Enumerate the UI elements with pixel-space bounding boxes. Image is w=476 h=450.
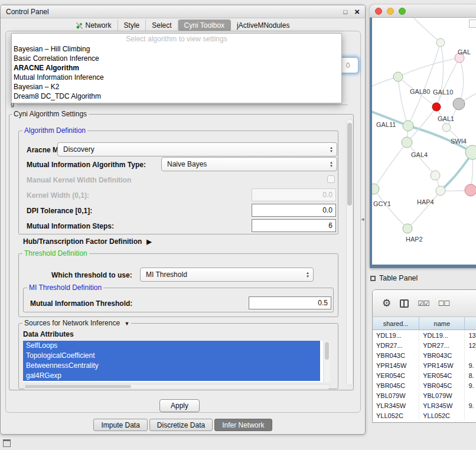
data-attributes-list[interactable]: SelfLoopsTopologicalCoefficientBetweenne… — [23, 341, 330, 382]
network-node-gray[interactable] — [453, 98, 465, 110]
which-threshold-select[interactable]: MI Threshold ▲▼ — [140, 268, 314, 282]
table-row[interactable]: YLR345WYLR345W9. — [373, 400, 476, 410]
canvas-corner-widget[interactable] — [469, 19, 476, 28]
mi-threshold-field[interactable]: 0.5 — [249, 296, 331, 309]
table-row[interactable]: YBL079WYBL079W — [373, 390, 476, 400]
network-edge[interactable] — [407, 191, 441, 229]
table-cell: YER054C — [373, 370, 419, 380]
table-cell: YER054C — [419, 370, 465, 380]
algorithm-option-bayesian-k2[interactable]: Bayesian – K2 — [12, 82, 341, 92]
apply-button[interactable]: Apply — [159, 399, 200, 412]
settings-scrollbar[interactable] — [346, 119, 353, 386]
table-cell: YDL19... — [419, 330, 465, 340]
attribute-item-selfloops[interactable]: SelfLoops — [23, 341, 320, 351]
network-canvas[interactable]: GALGAL80GAL10GAL11GAL1SWI4GAL4GCY1HAP4HA… — [372, 18, 476, 265]
attribute-item-gal4rgexp[interactable]: gal4RGexp — [23, 371, 320, 381]
dpi-tolerance-field[interactable]: 0.0 — [252, 204, 336, 217]
tab-network[interactable]: Network — [70, 19, 118, 31]
expander-arrow-icon: ▶ — [146, 238, 151, 246]
network-node-gal10[interactable] — [432, 103, 441, 111]
network-node-gal4[interactable] — [402, 137, 412, 148]
tab-label: Network — [86, 21, 112, 30]
attributes-horizontal-scrollbar[interactable] — [23, 384, 330, 389]
network-node-pale-top[interactable] — [436, 38, 445, 47]
mi-algorithm-type-select[interactable]: Naive Bayes ▲▼ — [161, 157, 337, 171]
network-node-mid[interactable] — [431, 171, 440, 180]
table-row[interactable]: YDR27...YDR27...12 — [373, 340, 476, 350]
aracne-mode-select[interactable]: Discovery ▲▼ — [57, 142, 337, 156]
add-column-icon[interactable] — [400, 299, 409, 308]
algorithm-option-aracne-algorithm[interactable]: ARACNE Algorithm — [12, 63, 341, 73]
minimized-panel-icon[interactable] — [3, 439, 11, 447]
zoom-traffic-light[interactable] — [399, 8, 406, 15]
column-header-shared[interactable]: shared... — [373, 317, 419, 330]
attributes-vertical-scrollbar-thumb[interactable] — [325, 342, 329, 360]
attribute-item-topologicalcoefficient[interactable]: TopologicalCoefficient — [23, 351, 320, 361]
tab-select[interactable]: Select — [146, 19, 178, 31]
algorithm-option-basic-correlation-inference[interactable]: Basic Correlation Inference — [12, 54, 341, 63]
attribute-item-betweennesscentrality[interactable]: BetweennessCentrality — [23, 361, 320, 371]
network-edge[interactable] — [374, 142, 407, 189]
bottom-tab-impute-data[interactable]: Impute Data — [93, 419, 147, 431]
sources-legend[interactable]: Sources for Network Inference ▼ — [22, 319, 131, 327]
network-node-label-hap4: HAP4 — [417, 198, 434, 206]
network-node-hap4[interactable] — [436, 186, 445, 195]
network-edge[interactable] — [407, 18, 441, 43]
mi-steps-label: Mutual Information Steps: — [27, 222, 114, 230]
table-row[interactable]: YLL052CYLL052C — [373, 410, 476, 420]
algorithm-option-bayesian-hill-climbing[interactable]: Bayesian – Hill Climbing — [12, 44, 341, 54]
attributes-vertical-scrollbar[interactable] — [323, 341, 330, 382]
hub-transcription-factor-expander[interactable]: Hub/Transcription Factor Definition ▶ — [23, 237, 152, 246]
network-node-gal80[interactable] — [393, 72, 403, 81]
tab-cyni-toolbox[interactable]: Cyni Toolbox — [178, 19, 231, 31]
table-cell: 12 — [465, 340, 476, 350]
network-node-pink-right[interactable] — [465, 184, 476, 196]
table-row[interactable]: YBR043CYBR043C — [373, 350, 476, 360]
table-row[interactable]: YER054CYER054C8. — [373, 370, 476, 380]
network-node-label-gal80: GAL80 — [410, 88, 430, 95]
algorithm-option-mutual-information-inference[interactable]: Mutual Information Inference — [12, 73, 341, 82]
table-row[interactable]: YDL19...YDL19...13 — [373, 330, 476, 340]
bottom-tab-discretize-data[interactable]: Discretize Data — [149, 419, 213, 431]
tab-label: Select — [152, 21, 171, 30]
attributes-horizontal-scrollbar-thumb[interactable] — [25, 385, 131, 388]
table-cell: YBR045C — [373, 380, 419, 390]
minimize-traffic-light[interactable] — [387, 8, 394, 15]
select-all-columns-icon[interactable]: ☑☑ — [418, 299, 429, 308]
algorithm-popup-prompt: Select algorithm to view settings — [12, 34, 341, 44]
column-header-3[interactable] — [465, 317, 476, 330]
tab-label: jActiveMNodules — [237, 21, 289, 30]
network-edge[interactable] — [372, 107, 472, 152]
mi-steps-field[interactable]: 6 — [252, 219, 336, 232]
table-cell: YDL19... — [373, 330, 419, 340]
float-window-icon[interactable]: □ — [344, 8, 348, 15]
tab-style[interactable]: Style — [118, 19, 146, 31]
bottom-tab-infer-network[interactable]: Infer Network — [214, 419, 272, 431]
network-edge[interactable] — [407, 142, 435, 175]
algorithm-option-dream8-dc-tdc-algorithm[interactable]: Dream8 DC_TDC Algorithm — [12, 92, 341, 101]
tab-jactivemnodules[interactable]: jActiveMNodules — [231, 19, 295, 31]
algorithm-popup-list: Bayesian – Hill ClimbingBasic Correlatio… — [12, 44, 341, 101]
network-node-gal11[interactable] — [403, 120, 413, 131]
network-node-gcy1[interactable] — [372, 184, 379, 194]
close-traffic-light[interactable] — [375, 8, 382, 15]
table-row[interactable]: YPR145WYPR145W9. — [373, 360, 476, 370]
network-node-gal1[interactable] — [442, 123, 451, 132]
deselect-all-columns-icon[interactable]: ☐☐ — [438, 299, 450, 308]
network-edge[interactable] — [408, 43, 441, 126]
network-edge[interactable] — [459, 58, 464, 104]
network-node-hap2[interactable] — [403, 224, 412, 233]
network-edge[interactable] — [374, 189, 407, 229]
settings-scrollbar-thumb[interactable] — [347, 123, 352, 206]
gear-icon[interactable]: ⚙ — [382, 297, 391, 309]
close-window-icon[interactable]: × — [354, 8, 360, 15]
tab-label: Cyni Toolbox — [184, 21, 224, 30]
column-header-name[interactable]: name — [419, 317, 465, 330]
network-node-swi4[interactable] — [465, 145, 476, 159]
table-row[interactable]: YBR045CYBR045C9. — [373, 380, 476, 390]
table-cell: YBR043C — [373, 350, 419, 360]
table-panel-title: Table Panel — [379, 274, 418, 282]
panel-collapse-arrow-icon[interactable]: ◄ — [360, 217, 365, 222]
network-edge[interactable] — [398, 58, 459, 77]
desktop: Control Panel □ × NetworkStyleSelectCyni… — [0, 0, 476, 450]
